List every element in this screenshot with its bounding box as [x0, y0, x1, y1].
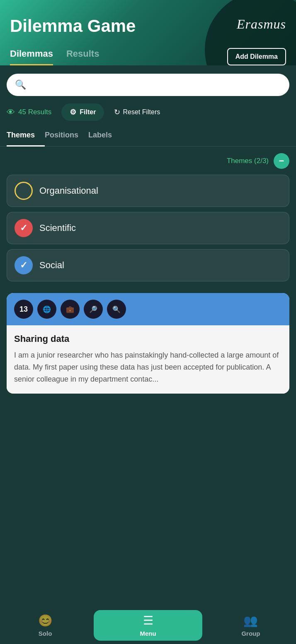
theme-label-organisational: Organisational	[39, 185, 98, 196]
theme-label-social: Social	[39, 260, 64, 271]
main-tabs: Dilemmas Results	[10, 48, 99, 65]
filter-tabs: Themes Positions Labels	[0, 125, 296, 147]
themes-count-label: Themes (2/3)	[227, 157, 269, 165]
theme-check-organisational	[15, 182, 33, 200]
header: Dilemma Game Erasmus Dilemmas Results Ad…	[0, 0, 296, 65]
filter-icon: ⚙	[70, 108, 76, 117]
nav-menu[interactable]: ☰ Menu	[94, 610, 202, 641]
checkmark-scientific: ✓	[20, 223, 27, 233]
eye-icon: 👁	[7, 108, 15, 117]
tab-results[interactable]: Results	[66, 48, 99, 65]
filter-button[interactable]: ⚙ Filter	[61, 103, 104, 121]
search-icon: 🔍	[15, 79, 26, 90]
solo-label: Solo	[39, 630, 52, 637]
card-icon-magnify1: 🔎	[84, 300, 103, 319]
main-tabs-row: Dilemmas Results Add Dilemma	[10, 48, 286, 65]
themes-minus-button[interactable]: −	[274, 153, 289, 169]
results-text: 45 Results	[18, 108, 51, 116]
reset-filters-button[interactable]: ↻ Reset Filters	[114, 108, 160, 117]
dilemma-card[interactable]: 13 🌐 💼 🔎 🔍 Sharing data I am a junior re…	[7, 293, 289, 393]
card-number-badge: 13	[14, 300, 33, 319]
filter-tab-labels[interactable]: Labels	[88, 125, 122, 147]
card-icon-briefcase: 💼	[61, 300, 80, 319]
results-count: 👁 45 Results	[7, 108, 51, 117]
reset-icon: ↻	[114, 108, 120, 117]
add-dilemma-button[interactable]: Add Dilemma	[227, 48, 286, 65]
checkmark-social: ✓	[20, 260, 27, 271]
group-label: Group	[241, 630, 260, 637]
filter-tab-themes[interactable]: Themes	[7, 125, 45, 147]
search-bar: 🔍	[7, 74, 289, 96]
menu-label: Menu	[140, 630, 156, 637]
filter-content: Themes (2/3) − Organisational ✓ Scientif…	[0, 147, 296, 293]
card-content: Sharing data I am a junior researcher wh…	[7, 325, 289, 393]
menu-icon: ☰	[143, 614, 153, 627]
theme-check-social: ✓	[15, 256, 33, 274]
card-icon-globe: 🌐	[37, 300, 56, 319]
filter-label: Filter	[80, 108, 96, 116]
theme-check-scientific: ✓	[15, 219, 33, 237]
group-icon: 👥	[243, 614, 258, 627]
search-section: 🔍	[0, 65, 296, 96]
tab-dilemmas[interactable]: Dilemmas	[10, 48, 53, 65]
theme-item-social[interactable]: ✓ Social	[7, 249, 289, 281]
app-title: Dilemma Game	[10, 17, 136, 36]
themes-header: Themes (2/3) −	[7, 153, 289, 169]
card-icons-bar: 13 🌐 💼 🔎 🔍	[7, 293, 289, 325]
logo-area: Erasmus	[237, 17, 286, 32]
theme-item-scientific[interactable]: ✓ Scientific	[7, 212, 289, 244]
erasmus-logo: Erasmus	[237, 17, 286, 32]
theme-item-organisational[interactable]: Organisational	[7, 175, 289, 207]
nav-group[interactable]: 👥 Group	[206, 607, 296, 644]
reset-label: Reset Filters	[123, 108, 160, 116]
search-input[interactable]	[31, 81, 281, 89]
filter-tab-positions[interactable]: Positions	[45, 125, 88, 147]
theme-label-scientific: Scientific	[39, 223, 76, 233]
nav-solo[interactable]: 😊 Solo	[0, 607, 90, 644]
filter-row: 👁 45 Results ⚙ Filter ↻ Reset Filters	[0, 96, 296, 125]
card-icon-magnify2: 🔍	[107, 300, 126, 319]
card-body: I am a junior researcher who has painsta…	[14, 349, 282, 385]
card-title: Sharing data	[14, 334, 282, 344]
solo-icon: 😊	[38, 614, 53, 627]
bottom-nav: 😊 Solo ☰ Menu 👥 Group	[0, 607, 296, 644]
